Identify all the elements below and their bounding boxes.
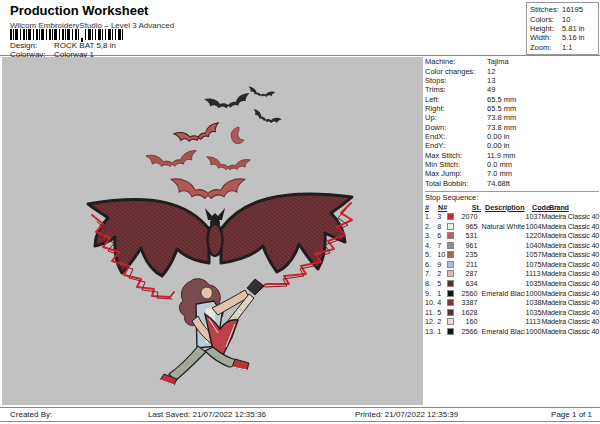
- stitch-count: 2070: [456, 212, 480, 221]
- stitch-count: 531: [456, 231, 480, 240]
- table-row: 12.21601113Madeira Classic 40: [425, 317, 599, 327]
- stitch-count: 287: [456, 269, 480, 278]
- info-row: Min Stitch:0.0 mm: [425, 160, 599, 169]
- info-row: Stops:13: [425, 76, 599, 85]
- row-num: 2.: [425, 222, 437, 231]
- red-bats-icon: [146, 122, 250, 198]
- barcode-bars-left-icon: [10, 29, 80, 40]
- stitch-count: 211: [456, 260, 480, 269]
- row-num: 8.: [425, 279, 437, 288]
- colors-value: 10: [562, 15, 570, 24]
- column-header-description: Description: [483, 203, 532, 212]
- needle-num: 2: [437, 317, 446, 326]
- thread-code: 1040: [525, 241, 541, 250]
- stops-value: 13: [487, 76, 495, 85]
- endx-value: 0.00 in: [487, 132, 510, 141]
- thread-brand: Madeira Classic 40: [541, 317, 599, 326]
- row-num: 4.: [425, 241, 437, 250]
- endy-label: EndY:: [425, 141, 487, 150]
- guitar-headstock: [247, 279, 264, 295]
- height-value: 5.81 in: [562, 24, 585, 33]
- thread-code: 1037: [525, 212, 541, 221]
- row-num: 13.: [425, 327, 437, 336]
- info-row: Color changes:12: [425, 66, 599, 75]
- guitarist-figure: [160, 279, 264, 385]
- thread-code: 1220: [525, 231, 541, 240]
- stitch-count: 3387: [456, 298, 480, 307]
- stitch-count: 2566: [456, 327, 480, 336]
- needle-num: 3: [437, 212, 446, 221]
- down-label: Down:: [425, 123, 487, 132]
- thread-code: 1035: [525, 308, 541, 317]
- thread-brand: Madeira Classic 40: [541, 327, 599, 336]
- design-summary-box: Stitches:16195 Colors:10 Height:5.81 in …: [526, 2, 599, 55]
- needle-num: 8: [437, 222, 446, 231]
- thread-description: Emerald Black: [479, 289, 525, 298]
- left-leg: [169, 346, 206, 381]
- stitch-count: 1628: [456, 308, 480, 317]
- created-by-label: Created By:: [10, 408, 52, 421]
- max-stitch-value: 11.9 mm: [487, 151, 516, 160]
- thread-code: 1057: [525, 250, 541, 259]
- info-row: Max Jump:7.0 mm: [425, 169, 599, 178]
- column-header-num: #: [425, 203, 438, 212]
- endy-value: 0.00 in: [487, 141, 510, 150]
- page-number: Page 1 of 1: [551, 408, 592, 421]
- total-bobbin-label: Total Bobbin:: [425, 179, 487, 188]
- last-saved-text: Last Saved: 21/07/2022 12:35:36: [148, 408, 266, 421]
- printed-text: Printed: 21/07/2022 12:35:39: [355, 408, 458, 421]
- info-row: Down:73.8 mm: [425, 122, 599, 131]
- barcode-bars-right-icon: [85, 29, 125, 40]
- color-swatch: [447, 242, 454, 249]
- width-value: 5.16 in: [562, 33, 585, 42]
- needle-num: 9: [437, 260, 446, 269]
- color-swatch: [447, 213, 454, 220]
- color-swatch: [447, 290, 454, 297]
- info-row: EndX:0.00 in: [425, 132, 599, 141]
- table-row: 8.56341035Madeira Classic 40: [425, 279, 599, 289]
- needle-num: 7: [437, 241, 446, 250]
- design-canvas: [2, 57, 423, 405]
- machine-info-panel: Machine:Tajima Color changes:12 Stops:13…: [425, 57, 599, 336]
- thread-brand: Madeira Classic 40: [541, 222, 599, 231]
- stitch-count: 961: [456, 241, 480, 250]
- summary-row: Zoom:1:1: [530, 43, 598, 52]
- row-num: 3.: [425, 231, 437, 240]
- up-value: 73.8 mm: [487, 113, 516, 122]
- needle-num: 2: [437, 269, 446, 278]
- table-row: 3.65311220Madeira Classic 40: [425, 231, 599, 241]
- table-row: 5.102351057Madeira Classic 40: [425, 250, 599, 260]
- machine-label: Machine:: [425, 57, 487, 66]
- column-header-brand: Brand: [549, 203, 599, 212]
- needle-num: 5: [437, 279, 446, 288]
- thread-code: 1113: [526, 269, 542, 278]
- table-row: 1.320701037Madeira Classic 40: [425, 212, 599, 222]
- thread-code: 1000: [525, 289, 541, 298]
- row-num: 7.: [425, 269, 437, 278]
- thread-code: 1113: [526, 317, 542, 326]
- stitches-value: 16195: [562, 5, 583, 14]
- face: [201, 287, 212, 299]
- stitch-count: 2560: [456, 289, 480, 298]
- black-bats-icon: [204, 86, 282, 126]
- color-swatch: [447, 318, 454, 325]
- stitch-count: 965: [456, 222, 480, 231]
- max-jump-value: 7.0 mm: [487, 169, 512, 178]
- stop-sequence-section: Stop Sequence: # N# St. Description Code…: [425, 191, 599, 336]
- thread-code: 1035: [525, 279, 541, 288]
- thread-brand: Madeira Classic 40: [541, 231, 599, 240]
- row-num: 6.: [425, 260, 437, 269]
- stops-label: Stops:: [425, 76, 487, 85]
- color-swatch: [447, 309, 454, 316]
- stitch-count: 160: [456, 317, 480, 326]
- column-header-code: Code: [532, 203, 549, 212]
- needle-num: 6: [437, 231, 446, 240]
- thread-brand: Madeira Classic 40: [541, 241, 599, 250]
- endx-label: EndX:: [425, 132, 487, 141]
- min-stitch-value: 0.0 mm: [487, 160, 512, 169]
- left-value: 65.5 mm: [487, 95, 516, 104]
- color-swatch: [447, 299, 454, 306]
- color-changes-value: 12: [487, 67, 495, 76]
- right-value: 65.5 mm: [487, 104, 516, 113]
- worksheet-header: Production Worksheet Wilcom EmbroiderySt…: [0, 0, 600, 56]
